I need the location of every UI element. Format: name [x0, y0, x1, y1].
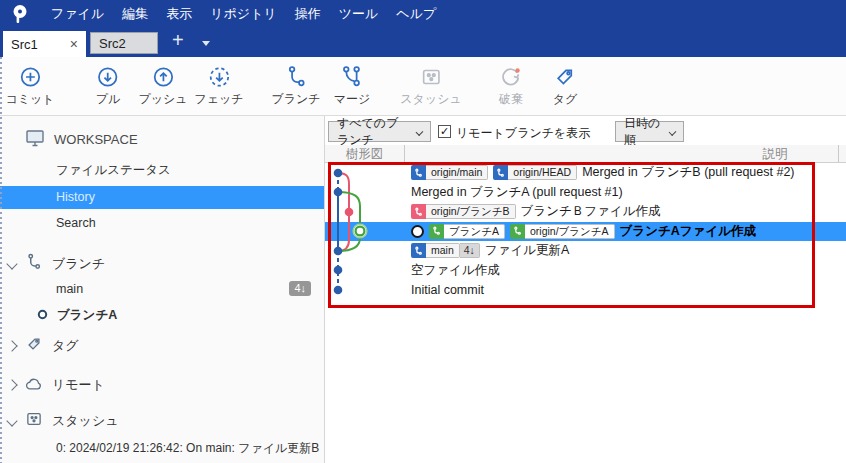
menu-repository[interactable]: リポジトリ [201, 0, 286, 28]
current-branch-icon [37, 309, 48, 323]
commit-message: 空ファイル作成 [411, 262, 500, 279]
commit-row[interactable]: 空ファイル作成 [325, 261, 846, 281]
branch-icon [510, 224, 525, 239]
menu-bar: ファイル 編集 表示 リポジトリ 操作 ツール ヘルプ [0, 0, 846, 28]
branch-icon [25, 253, 43, 274]
sourcetree-window: ファイル 編集 表示 リポジトリ 操作 ツール ヘルプ Src1 × Src2 … [0, 0, 846, 463]
column-divider[interactable] [838, 145, 839, 162]
branch-badge: main4↓ [411, 243, 480, 258]
fetch-button[interactable]: フェッチ [194, 65, 243, 108]
cloud-icon [25, 376, 43, 394]
commit-row[interactable]: Merged in ブランチA (pull request #1) [325, 183, 846, 203]
branch-icon [493, 165, 508, 180]
commit-row[interactable]: Initial commit [325, 280, 846, 300]
tab-src2[interactable]: Src2 [90, 32, 158, 54]
stash-icon [419, 65, 443, 89]
column-divider[interactable] [404, 145, 405, 162]
commit-message: Initial commit [411, 283, 484, 297]
column-header-description[interactable]: 説明 [745, 146, 805, 163]
sidebar-section-tags[interactable]: タグ [8, 335, 79, 356]
tag-icon [25, 335, 43, 356]
commit-message: Merged in ブランチA (pull request #1) [411, 184, 623, 201]
commit-icon [18, 65, 42, 89]
sidebar-branch-brancha[interactable]: ブランチA [37, 307, 117, 324]
chevron-right-icon[interactable] [6, 340, 17, 351]
pull-button[interactable]: プル [96, 65, 121, 108]
branch-icon [429, 224, 444, 239]
tab-label: Src2 [99, 36, 126, 51]
discard-button[interactable]: 破棄 [499, 65, 523, 108]
branch-icon [411, 243, 426, 258]
branch-icon [284, 65, 308, 89]
commit-row-selected[interactable]: ブランチA origin/ブランチA ブランチAファイル作成 [325, 222, 846, 242]
branch-badge: origin/ブランチA [510, 224, 615, 239]
remote-branches-checkbox[interactable]: ✓ [438, 125, 451, 138]
branch-badge: ブランチA [429, 224, 505, 239]
stash-button[interactable]: スタッシュ [400, 65, 461, 108]
branch-icon [411, 204, 426, 219]
working-copy-parent-icon [411, 225, 424, 238]
sidebar-section-stashes[interactable]: スタッシュ [8, 410, 119, 431]
branch-badge: origin/HEAD [493, 165, 577, 180]
table-header: 樹形図 説明 [325, 145, 846, 163]
sidebar-branch-main[interactable]: main [56, 282, 83, 296]
tab-label: Src1 [11, 37, 70, 52]
push-button[interactable]: プッシュ [138, 65, 187, 108]
menu-file[interactable]: ファイル [42, 0, 113, 28]
menu-edit[interactable]: 編集 [113, 0, 157, 28]
chevron-down-icon [416, 128, 424, 136]
chevron-down-icon[interactable] [6, 258, 17, 269]
close-icon[interactable]: × [70, 37, 78, 51]
new-tab-button[interactable]: + [172, 29, 184, 52]
tag-icon [553, 65, 577, 89]
behind-count-badge: 4↓ [289, 281, 311, 296]
remote-branches-label[interactable]: リモートブランチを表示 [456, 125, 590, 142]
menu-view[interactable]: 表示 [157, 0, 201, 28]
column-header-graph[interactable]: 樹形図 [325, 146, 404, 163]
chevron-down-icon [669, 128, 677, 136]
tab-list-caret-icon[interactable] [202, 41, 210, 46]
commit-button[interactable]: コミット [5, 65, 54, 108]
behind-count-badge: 4↓ [460, 243, 480, 258]
tab-src1[interactable]: Src1 × [3, 31, 86, 57]
menu-tools[interactable]: ツール [330, 0, 388, 28]
commit-row[interactable]: origin/main origin/HEAD Merged in ブランチB … [325, 163, 846, 183]
commit-message: ファイル更新A [485, 242, 570, 259]
menu-actions[interactable]: 操作 [286, 0, 330, 28]
tab-bar: Src1 × Src2 + [0, 28, 846, 57]
sort-order-dropdown[interactable]: 日時の順 [615, 121, 684, 142]
workspace-header[interactable]: WORKSPACE [24, 128, 138, 151]
sidebar-section-remotes[interactable]: リモート [8, 376, 105, 394]
merge-button[interactable]: マージ [334, 65, 371, 108]
stash-icon [25, 410, 43, 431]
sidebar: WORKSPACE ファイルステータス History Search ブランチ … [0, 116, 325, 463]
sidebar-item-history[interactable]: History [0, 186, 324, 209]
monitor-icon [24, 128, 46, 151]
branch-badge: origin/main [411, 165, 488, 180]
branch-icon [411, 165, 426, 180]
sidebar-item-search[interactable]: Search [56, 216, 96, 230]
window-edge [0, 57, 2, 463]
toolbar: コミット プル プッシュ フェッチ ブランチ マージ スタッシュ 破棄 [0, 57, 846, 116]
commit-row[interactable]: origin/ブランチB ブランチＢファイル作成 [325, 202, 846, 222]
menu-help[interactable]: ヘルプ [387, 0, 445, 28]
stash-entry[interactable]: 0: 2024/02/19 21:26:42: On main: ファイル更新B [56, 440, 319, 457]
history-pane: すべてのブランチ ✓ リモートブランチを表示 日時の順 樹形図 説明 origi… [325, 116, 846, 463]
discard-icon [499, 65, 523, 89]
sidebar-item-file-status[interactable]: ファイルステータス [56, 162, 171, 179]
commit-row[interactable]: main4↓ ファイル更新A [325, 241, 846, 261]
sidebar-section-branches[interactable]: ブランチ [8, 253, 105, 274]
tag-button[interactable]: タグ [553, 65, 578, 108]
chevron-right-icon[interactable] [6, 379, 17, 390]
pull-icon [96, 65, 120, 89]
commit-message: ブランチＢファイル作成 [521, 203, 661, 220]
branch-badge: origin/ブランチB [411, 204, 516, 219]
commit-message: ブランチAファイル作成 [620, 223, 756, 240]
sourcetree-logo-icon [10, 3, 30, 25]
branch-button[interactable]: ブランチ [271, 65, 320, 108]
merge-icon [340, 65, 364, 89]
chevron-down-icon[interactable] [6, 415, 17, 426]
commit-message: Merged in ブランチB (pull request #2) [582, 164, 794, 181]
fetch-icon [207, 65, 231, 89]
branch-scope-dropdown[interactable]: すべてのブランチ [328, 121, 431, 142]
